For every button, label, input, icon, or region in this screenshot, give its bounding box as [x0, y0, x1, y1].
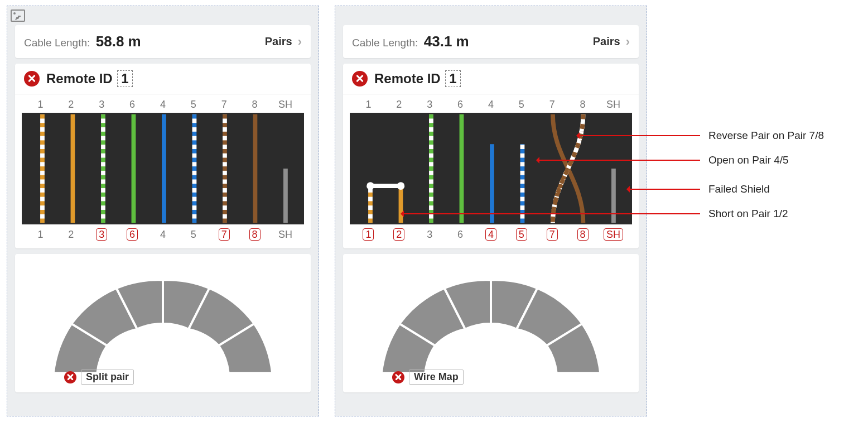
- test-panel-right: Cable Length: 43.1 m Pairs › Remote ID 1…: [335, 6, 647, 416]
- gauge-card-right: Wire Map: [343, 254, 639, 392]
- pin-label: 4: [479, 229, 503, 241]
- pin-label: 8: [571, 99, 595, 111]
- chevron-right-icon: ›: [626, 35, 630, 49]
- pin-label: 6: [120, 229, 144, 241]
- remote-id-value: 1: [445, 70, 460, 87]
- pin-label: 7: [540, 229, 565, 241]
- pin-label: 1: [356, 229, 380, 241]
- image-icon: [11, 9, 25, 22]
- pin-label: 3: [89, 229, 114, 241]
- pin-row-top: 12364578SH: [15, 94, 311, 113]
- svg-rect-25: [368, 185, 373, 223]
- pin-label: 4: [151, 229, 175, 241]
- pin-label: 3: [417, 229, 442, 241]
- svg-rect-13: [192, 114, 197, 223]
- pin-label: 8: [243, 229, 267, 241]
- gauge-icon: [21, 260, 305, 382]
- pin-label: 8: [571, 229, 595, 241]
- pairs-button[interactable]: Pairs ›: [265, 35, 302, 49]
- svg-rect-14: [223, 114, 227, 223]
- chevron-right-icon: ›: [298, 35, 302, 49]
- pin-label: 1: [356, 99, 380, 111]
- svg-point-29: [397, 182, 405, 190]
- wiremap-card-left: Remote ID 1 12364578SH: [15, 64, 311, 248]
- wiremap-header: Remote ID 1: [15, 64, 311, 94]
- annotation-failed-shield: Failed Shield: [708, 183, 770, 195]
- pairs-button[interactable]: Pairs ›: [593, 35, 630, 49]
- pin-label: 8: [243, 99, 267, 111]
- pin-label: 5: [181, 99, 206, 111]
- svg-rect-15: [253, 114, 258, 223]
- cable-length-label: Cable Length:: [24, 37, 90, 49]
- pin-label: 7: [540, 99, 565, 111]
- pin-label: 1: [28, 229, 52, 241]
- fail-icon: [392, 371, 404, 383]
- gauge-status: Wire Map: [392, 370, 464, 385]
- fail-icon: [352, 71, 368, 87]
- cable-length-text: Cable Length: 43.1 m: [352, 33, 469, 50]
- svg-rect-10: [101, 114, 105, 223]
- arrow-icon: [577, 135, 700, 136]
- pin-label: SH: [273, 229, 297, 241]
- pin-label: SH: [601, 99, 625, 111]
- pin-label: SH: [273, 99, 297, 111]
- remote-id-label: Remote ID 1: [374, 70, 461, 87]
- svg-rect-26: [399, 185, 403, 223]
- arrow-icon: [628, 189, 700, 190]
- gauge-status: Split pair: [64, 370, 134, 385]
- svg-rect-30: [429, 114, 433, 223]
- cable-length-text: Cable Length: 58.8 m: [24, 33, 141, 50]
- svg-rect-11: [132, 114, 136, 223]
- svg-rect-31: [460, 114, 464, 223]
- svg-rect-33: [520, 144, 525, 223]
- pin-label: SH: [601, 229, 625, 241]
- gauge-status-text: Wire Map: [409, 370, 464, 385]
- arrow-icon: [402, 213, 700, 214]
- pin-label: 2: [59, 229, 83, 241]
- cable-length-row[interactable]: Cable Length: 43.1 m Pairs ›: [343, 25, 639, 58]
- wiremap-card-right: Remote ID 1 12364578SH: [343, 64, 639, 248]
- pin-label: 2: [387, 229, 411, 241]
- pin-label: 6: [448, 99, 472, 111]
- annotation-open-pair: Open on Pair 4/5: [708, 154, 789, 166]
- svg-rect-16: [283, 169, 288, 223]
- fail-icon: [24, 71, 40, 87]
- cable-length-row[interactable]: Cable Length: 58.8 m Pairs ›: [15, 25, 311, 58]
- pin-label: 7: [212, 229, 237, 241]
- cable-length-label: Cable Length:: [352, 37, 418, 49]
- fail-icon: [64, 371, 76, 383]
- pin-label: 4: [151, 99, 175, 111]
- svg-rect-32: [490, 144, 494, 223]
- annotation-short-pair: Short on Pair 1/2: [708, 208, 788, 220]
- test-panel-left: Cable Length: 58.8 m Pairs › Remote ID 1…: [7, 6, 319, 416]
- wiremap-diagram-right: [350, 113, 632, 224]
- pin-label: 3: [89, 99, 114, 111]
- pin-row-bottom: 12364578SH: [343, 224, 639, 243]
- wiremap-diagram-left: [22, 113, 304, 224]
- pin-label: 2: [387, 99, 411, 111]
- remote-id-value: 1: [117, 70, 132, 87]
- pin-label: 1: [28, 99, 52, 111]
- annotation-reverse-pair: Reverse Pair on Pair 7/8: [708, 130, 824, 142]
- pairs-label: Pairs: [593, 35, 620, 48]
- pin-row-bottom: 12364578SH: [15, 224, 311, 243]
- pin-label: 7: [212, 99, 237, 111]
- pin-row-top: 12364578SH: [343, 94, 639, 113]
- gauge-icon: [349, 260, 633, 382]
- pairs-label: Pairs: [265, 35, 292, 48]
- pin-label: 5: [509, 99, 534, 111]
- pin-label: 5: [509, 229, 534, 241]
- pin-label: 5: [181, 229, 206, 241]
- svg-rect-12: [162, 114, 166, 223]
- remote-id-label: Remote ID 1: [46, 70, 133, 87]
- arrow-icon: [537, 160, 700, 161]
- cable-length-value: 58.8 m: [96, 33, 141, 50]
- cable-length-value: 43.1 m: [424, 33, 469, 50]
- wiremap-header: Remote ID 1: [343, 64, 639, 94]
- pin-label: 4: [479, 99, 503, 111]
- svg-rect-34: [611, 169, 616, 223]
- svg-rect-8: [40, 114, 45, 223]
- pin-label: 6: [448, 229, 472, 241]
- pin-label: 2: [59, 99, 83, 111]
- svg-point-28: [367, 182, 374, 190]
